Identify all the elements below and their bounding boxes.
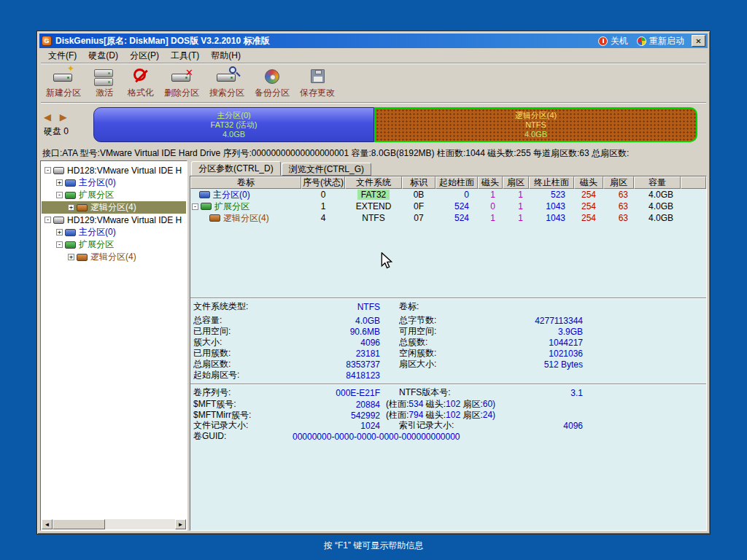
partition-segment-primary[interactable]: 主分区(0) FAT32 (活动) 4.0GB <box>93 107 374 142</box>
table-cell: 523 <box>529 189 574 201</box>
scroll-right-arrow-icon[interactable]: ► <box>175 519 186 529</box>
detail-row: 已用簇数:23181空闲簇数:1021036 <box>190 348 706 359</box>
disk-label: 硬盘 0 <box>44 125 86 138</box>
backup-partition-button[interactable]: 备份分区 <box>251 66 293 100</box>
table-cell: 0 <box>436 189 478 201</box>
detail-label: NTFS版本号: <box>399 386 501 399</box>
table-header-row: 卷标序号(状态)文件系统标识起始柱面磁头扇区终止柱面磁头扇区容量 <box>190 176 706 189</box>
scroll-left-arrow-icon[interactable]: ◄ <box>42 519 53 529</box>
table-empty-space <box>190 224 706 295</box>
tree-horizontal-scrollbar[interactable]: ◄ ► <box>42 519 186 529</box>
activate-button[interactable]: 激活 <box>88 66 121 100</box>
table-cell: 1 <box>478 189 503 201</box>
logical-icon <box>77 254 88 261</box>
expand-icon[interactable]: + <box>56 179 63 186</box>
detail-value: 1021036 <box>501 349 583 359</box>
column-header[interactable]: 磁头 <box>478 176 503 189</box>
menu-file[interactable]: 文件(F) <box>42 48 82 63</box>
table-row[interactable]: -扩展分区1EXTEND0F524011043254634.0GB <box>190 201 706 212</box>
detail-row: 卷序列号:000E-E21FNTFS版本号:3.1 <box>190 387 706 398</box>
tree-hd128[interactable]: -HD128:VMware Virtual IDE H <box>42 164 186 176</box>
detail-value: 90.6MB <box>290 327 380 337</box>
partition-segment-logical[interactable]: 逻辑分区(4) NTFS 4.0GB <box>374 107 697 142</box>
prev-disk-arrow-icon[interactable]: ◀ <box>44 112 54 122</box>
table-cell: 0 <box>301 189 345 201</box>
column-header[interactable]: 扇区 <box>603 176 634 189</box>
backup-disc-icon <box>260 67 285 86</box>
detail-value: 4.0GB <box>290 316 380 326</box>
tree-hd129-primary[interactable]: +主分区(0) <box>42 226 186 238</box>
column-header[interactable]: 序号(状态) <box>301 176 345 189</box>
close-button[interactable]: ✕ <box>692 35 705 47</box>
expand-icon[interactable]: + <box>68 204 74 211</box>
scrollbar-thumb[interactable] <box>53 519 105 529</box>
detail-row: 起始扇区号:8418123 <box>190 370 706 381</box>
tree-hd129-extended[interactable]: -扩展分区 <box>42 238 186 251</box>
table-cell: FAT32 <box>345 189 402 201</box>
tab-partition-params[interactable]: 分区参数(CTRL_D) <box>191 161 281 176</box>
column-header[interactable]: 起始柱面 <box>436 176 478 189</box>
primary-icon <box>65 179 76 187</box>
search-partition-button[interactable]: 搜索分区 <box>206 66 248 100</box>
scrollbar-track[interactable] <box>53 519 175 529</box>
menu-tools[interactable]: 工具(T) <box>165 48 205 63</box>
tree-hd128-logical[interactable]: +逻辑分区(4) <box>42 201 186 214</box>
detail-row: $MFTMirr簇号:542992(柱面:794 磁头:102 扇区:24) <box>190 409 706 420</box>
detail-value: 4277113344 <box>501 316 583 326</box>
tree-item-label: 逻辑分区(4) <box>90 201 136 214</box>
ntfs-info-section: 卷序列号:000E-E21FNTFS版本号:3.1$MFT簇号:20884(柱面… <box>190 387 706 442</box>
table-cell: 254 <box>574 212 603 224</box>
menu-disk[interactable]: 硬盘(D) <box>82 48 124 63</box>
collapse-icon[interactable]: - <box>192 203 198 210</box>
title-bar[interactable]: G DiskGenius[原名: DiskMan] DOS版 V3.2.2010… <box>39 34 708 48</box>
detail-value: 4096 <box>290 338 380 348</box>
column-header[interactable]: 扇区 <box>503 176 529 189</box>
table-cell: 63 <box>603 201 634 212</box>
table-cell: EXTEND <box>345 201 402 212</box>
save-changes-button[interactable]: 保存更改 <box>296 66 338 100</box>
primary-icon <box>65 229 76 236</box>
table-row[interactable]: 主分区(0)0FAT320B011523254634.0GB <box>190 189 706 201</box>
delete-partition-button[interactable]: ✕删除分区 <box>160 66 203 100</box>
fs-highlight-chip: FAT32 <box>357 190 390 200</box>
tree-item-label: 主分区(0) <box>79 226 116 238</box>
column-header[interactable]: 磁头 <box>574 176 603 189</box>
menu-help[interactable]: 帮助(H) <box>205 48 247 63</box>
tree-hd129[interactable]: -HD129:VMware Virtual IDE H <box>42 214 186 226</box>
tree-item-label: 主分区(0) <box>79 176 116 189</box>
logical-icon <box>77 204 88 211</box>
shutdown-button[interactable]: 关机 <box>598 35 628 47</box>
partition-name: 主分区(0) <box>217 111 250 120</box>
column-header[interactable]: 卷标 <box>190 176 301 189</box>
tree-hd129-logical[interactable]: +逻辑分区(4) <box>42 251 186 263</box>
menu-partition[interactable]: 分区(P) <box>124 48 165 63</box>
expand-icon[interactable]: + <box>68 254 74 260</box>
table-body: 主分区(0)0FAT320B011523254634.0GB-扩展分区1EXTE… <box>190 189 706 224</box>
save-floppy-icon <box>305 67 330 86</box>
primary-icon <box>199 191 210 198</box>
column-header[interactable]: 终止柱面 <box>529 176 574 189</box>
detail-row: 文件系统类型:NTFS卷标: <box>190 301 706 312</box>
table-cell: 4.0GB <box>634 212 681 224</box>
expand-icon[interactable]: + <box>56 229 63 236</box>
table-row[interactable]: 逻辑分区(4)4NTFS07524111043254634.0GB <box>190 212 706 224</box>
column-header[interactable]: 容量 <box>634 176 681 189</box>
tree-hd128-extended[interactable]: -扩展分区 <box>42 189 186 201</box>
next-disk-arrow-icon[interactable]: ▶ <box>60 112 70 122</box>
new-partition-button[interactable]: ✦新建分区 <box>42 66 85 100</box>
tree-hd128-primary[interactable]: +主分区(0) <box>42 176 186 189</box>
table-cell: 1 <box>503 189 529 201</box>
detail-label: 卷GUID: <box>193 430 290 443</box>
restart-icon <box>637 36 646 46</box>
column-header[interactable]: 标识 <box>402 176 436 189</box>
detail-value: 4096 <box>501 421 583 431</box>
collapse-icon[interactable]: - <box>44 167 51 174</box>
restart-button[interactable]: 重新启动 <box>637 35 684 47</box>
collapse-icon[interactable]: - <box>56 241 63 248</box>
collapse-icon[interactable]: - <box>44 217 51 223</box>
save-changes-label: 保存更改 <box>300 87 335 99</box>
tab-browse-files[interactable]: 浏览文件(CTRL_G) <box>282 163 371 176</box>
format-button[interactable]: 格式化 <box>124 66 158 100</box>
collapse-icon[interactable]: - <box>56 192 63 198</box>
column-header[interactable]: 文件系统 <box>345 176 402 189</box>
